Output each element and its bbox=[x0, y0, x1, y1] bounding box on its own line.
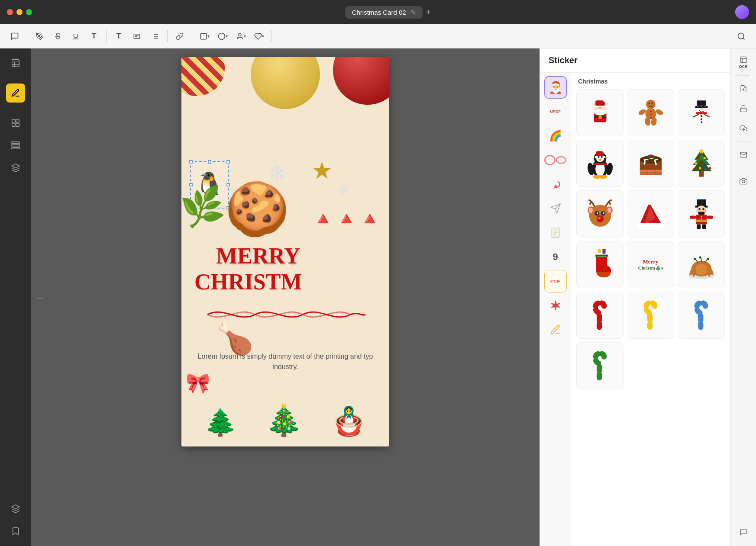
handle-tl[interactable] bbox=[189, 160, 193, 164]
christmas-card[interactable]: 🍃 ★ ❄ ❄ ❄ 🐧 � bbox=[181, 57, 389, 446]
comment-button[interactable] bbox=[7, 29, 23, 44]
svg-point-89 bbox=[598, 158, 601, 161]
handle-tr[interactable] bbox=[226, 160, 230, 164]
snapshot-button[interactable] bbox=[735, 173, 752, 190]
right-sep-2 bbox=[737, 141, 750, 142]
sticker-christmas-pudding[interactable] bbox=[627, 140, 674, 187]
strikethrough-button[interactable] bbox=[50, 29, 65, 44]
ocr-button[interactable]: OCR bbox=[735, 54, 752, 71]
add-tab-button[interactable]: + bbox=[426, 7, 431, 17]
category-arrow[interactable] bbox=[544, 173, 567, 196]
toolbar-sep-3 bbox=[167, 30, 168, 42]
svg-point-159 bbox=[695, 264, 708, 275]
svg-point-48 bbox=[599, 106, 601, 109]
sticker-santa-hat[interactable] bbox=[627, 190, 674, 238]
striped-ornament bbox=[181, 57, 225, 96]
category-pencil[interactable] bbox=[544, 318, 567, 341]
svg-point-60 bbox=[650, 113, 652, 115]
svg-point-0 bbox=[735, 5, 749, 19]
svg-point-51 bbox=[646, 100, 656, 109]
underline-button[interactable] bbox=[68, 29, 84, 44]
link-button[interactable] bbox=[172, 29, 187, 44]
toolbar: T T ▾ ▾ ▾ ▾ bbox=[0, 24, 756, 48]
christmas-text: CHRISTM bbox=[194, 269, 302, 295]
svg-rect-74 bbox=[696, 112, 707, 114]
svg-point-117 bbox=[700, 161, 702, 164]
category-plane[interactable] bbox=[544, 197, 567, 220]
sticker-santa[interactable] bbox=[576, 89, 624, 136]
sticker-grid: Merry Christm🎄s bbox=[576, 89, 725, 389]
sticker-penguin-santa[interactable] bbox=[576, 140, 624, 187]
svg-point-165 bbox=[699, 256, 701, 258]
sidebar-arrange-btn[interactable] bbox=[6, 136, 25, 155]
watermark-button[interactable]: ▾ bbox=[251, 29, 267, 44]
category-oval[interactable] bbox=[544, 149, 567, 171]
sticker-reindeer[interactable] bbox=[576, 190, 624, 238]
traffic-lights bbox=[7, 9, 32, 15]
svg-rect-148 bbox=[697, 224, 701, 229]
sticker-snowman[interactable] bbox=[678, 89, 725, 136]
category-number[interactable]: 9 bbox=[544, 246, 567, 268]
svg-point-75 bbox=[700, 115, 702, 117]
handle-ml[interactable] bbox=[189, 183, 193, 186]
active-tab[interactable]: Christmas Card 02 ✎ bbox=[345, 6, 423, 19]
sticker-candy-cane-blue[interactable] bbox=[678, 292, 725, 339]
mail-button[interactable] bbox=[735, 146, 752, 164]
category-emoji[interactable]: 🌈 bbox=[544, 125, 567, 147]
sticker-candy-cane-yellow[interactable] bbox=[627, 292, 674, 339]
sticker-stocking[interactable] bbox=[576, 241, 624, 288]
avatar[interactable] bbox=[735, 5, 749, 19]
sidebar-components-btn[interactable] bbox=[6, 158, 25, 177]
sticker-candy-cane-red[interactable] bbox=[576, 292, 624, 339]
svg-point-73 bbox=[703, 111, 704, 112]
svg-point-115 bbox=[703, 157, 705, 159]
text-box-button[interactable] bbox=[129, 29, 145, 44]
search-button[interactable] bbox=[733, 29, 749, 44]
text-button[interactable]: T bbox=[86, 29, 102, 44]
sticker-nutcracker[interactable] bbox=[678, 190, 725, 238]
edit-title-icon[interactable]: ✎ bbox=[410, 9, 416, 16]
category-updf[interactable]: UPDF bbox=[544, 100, 567, 123]
category-note[interactable] bbox=[544, 222, 567, 244]
svg-rect-145 bbox=[696, 219, 707, 222]
save-to-file-button[interactable] bbox=[735, 80, 752, 97]
svg-point-135 bbox=[646, 199, 652, 205]
sticker-merry-christmas-text[interactable]: Merry Christm🎄s bbox=[627, 241, 674, 288]
sidebar-annotate-btn[interactable] bbox=[6, 84, 25, 103]
sticker-roast-turkey[interactable] bbox=[678, 241, 725, 288]
sidebar-layers-btn[interactable] bbox=[6, 499, 25, 518]
person-button[interactable]: ▾ bbox=[233, 29, 249, 44]
share-button[interactable] bbox=[735, 120, 752, 137]
svg-point-67 bbox=[698, 106, 701, 108]
sticker-christmas-tree[interactable] bbox=[678, 140, 725, 187]
canvas-area[interactable]: — — 🍃 ★ ❄ ❄ ❄ bbox=[31, 48, 540, 546]
svg-rect-28 bbox=[12, 148, 19, 149]
category-label: Christmas bbox=[576, 78, 725, 85]
sticker-gingerbread[interactable] bbox=[627, 89, 674, 136]
pen-button[interactable] bbox=[32, 29, 47, 44]
text-alt-button[interactable]: T bbox=[111, 29, 126, 44]
svg-rect-149 bbox=[702, 224, 706, 229]
sidebar-forms-btn[interactable] bbox=[6, 113, 25, 132]
shape-button[interactable]: ▾ bbox=[197, 29, 212, 44]
chat-button[interactable] bbox=[735, 524, 752, 541]
handle-tm[interactable] bbox=[208, 160, 211, 164]
bow-decoration: 🎀 bbox=[186, 372, 210, 395]
close-button[interactable] bbox=[7, 9, 13, 15]
category-christmas[interactable]: 🎅 bbox=[544, 76, 567, 99]
svg-point-121 bbox=[704, 167, 706, 170]
sidebar-pages-btn[interactable] bbox=[6, 54, 25, 73]
maximize-button[interactable] bbox=[26, 9, 32, 15]
svg-point-130 bbox=[596, 212, 598, 214]
minimize-button[interactable] bbox=[16, 9, 23, 15]
merry-text: MERRY bbox=[216, 243, 300, 269]
category-ticket[interactable]: УПDF bbox=[544, 270, 567, 292]
sidebar-bookmark-btn[interactable] bbox=[6, 522, 25, 541]
sticker-candy-cane-green[interactable] bbox=[576, 342, 624, 389]
category-burst[interactable] bbox=[544, 294, 567, 317]
svg-rect-23 bbox=[16, 119, 19, 122]
svg-rect-90 bbox=[593, 163, 607, 165]
effect-button[interactable]: ▾ bbox=[215, 29, 230, 44]
list-button[interactable] bbox=[147, 29, 163, 44]
lock-button[interactable] bbox=[735, 100, 752, 117]
